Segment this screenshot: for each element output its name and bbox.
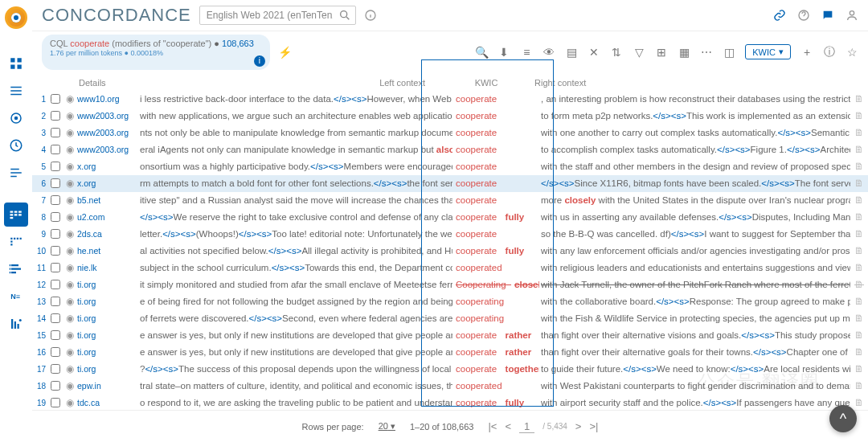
row-detail-icon[interactable]: ◉ <box>63 110 77 121</box>
row-doc-icon[interactable]: 🗎 <box>850 313 868 323</box>
row-detail-icon[interactable]: ◉ <box>63 329 77 341</box>
row-detail-icon[interactable]: ◉ <box>63 262 77 273</box>
row-doc-icon[interactable]: 🗎 <box>850 94 868 104</box>
concordance-row[interactable]: 19◉tdc.cao respond to it, we are asking … <box>32 395 868 410</box>
row-source[interactable]: nie.lk <box>77 263 140 272</box>
bolt-icon[interactable]: ⚡ <box>278 46 292 59</box>
sidebar-dashboard[interactable] <box>4 51 28 76</box>
row-doc-icon[interactable]: 🗎 <box>850 145 868 154</box>
info-icon[interactable] <box>364 9 377 22</box>
concordance-row[interactable]: 16◉ti.orge answer is yes, but only if ne… <box>32 344 868 361</box>
row-detail-icon[interactable]: ◉ <box>63 228 77 239</box>
concordance-row[interactable]: 11◉nie.lksubject in the school curriculu… <box>32 260 868 276</box>
search-icon[interactable] <box>338 9 351 22</box>
row-doc-icon[interactable]: 🗎 <box>850 347 868 357</box>
row-doc-icon[interactable]: 🗎 <box>850 398 868 407</box>
eye-icon[interactable]: 👁 <box>542 46 555 59</box>
row-checkbox[interactable] <box>48 330 63 340</box>
row-checkbox[interactable] <box>48 313 63 323</box>
view-mode-pill[interactable]: KWIC ▾ <box>745 44 791 59</box>
concordance-row[interactable]: 17◉ti.org?</s><s>The success of this pro… <box>32 361 868 378</box>
row-checkbox[interactable] <box>48 381 63 391</box>
page-input[interactable]: 1 <box>519 420 534 433</box>
row-detail-icon[interactable]: ◉ <box>63 144 77 155</box>
row-checkbox[interactable] <box>48 128 63 137</box>
row-detail-icon[interactable]: ◉ <box>63 211 77 223</box>
concordance-row[interactable]: 13◉ti.orge of being fired for not follow… <box>32 293 868 310</box>
next-page[interactable]: > <box>575 420 582 432</box>
sidebar-concordance[interactable] <box>4 203 28 227</box>
row-source[interactable]: www2003.org <box>77 128 140 137</box>
row-checkbox[interactable] <box>48 364 63 374</box>
corpus-selector[interactable] <box>199 6 356 25</box>
row-source[interactable]: ti.org <box>77 280 140 289</box>
link-icon[interactable] <box>773 9 786 22</box>
star-icon[interactable]: ☆ <box>845 46 858 59</box>
row-source[interactable]: ti.org <box>77 313 140 323</box>
sidebar-list[interactable] <box>4 79 28 103</box>
row-source[interactable]: ti.org <box>77 347 140 357</box>
sort-icon[interactable]: ⇅ <box>610 46 623 59</box>
row-detail-icon[interactable]: ◉ <box>63 178 77 189</box>
shuffle-icon[interactable]: ✕ <box>588 46 600 59</box>
rpp-select[interactable]: 20 ▾ <box>379 421 395 432</box>
filter-icon[interactable]: ▽ <box>633 46 645 59</box>
help-icon[interactable] <box>797 9 810 22</box>
concordance-row[interactable]: 5◉x.orgonsortium was a highly participat… <box>32 158 868 175</box>
row-detail-icon[interactable]: ◉ <box>63 363 77 374</box>
row-checkbox[interactable] <box>48 145 63 154</box>
row-source[interactable]: www2003.org <box>77 111 140 121</box>
sidebar-target[interactable] <box>4 106 28 130</box>
row-doc-icon[interactable]: 🗎 <box>850 330 868 340</box>
zoom-icon[interactable]: 🔍 <box>475 46 488 59</box>
row-source[interactable]: www2003.org <box>77 145 140 154</box>
row-checkbox[interactable] <box>48 212 63 222</box>
sidebar-parallel[interactable] <box>4 230 28 254</box>
last-page[interactable]: >| <box>589 420 598 432</box>
row-detail-icon[interactable]: ◉ <box>63 279 77 290</box>
row-source[interactable]: ti.org <box>77 297 140 306</box>
download-icon[interactable]: ⬇ <box>497 46 510 59</box>
row-checkbox[interactable] <box>48 111 63 121</box>
row-detail-icon[interactable]: ◉ <box>63 346 77 358</box>
row-source[interactable]: epw.in <box>77 381 140 391</box>
view-icon[interactable]: ≡ <box>520 46 533 59</box>
prev-page[interactable]: < <box>505 420 511 432</box>
concordance-row[interactable]: 3◉www2003.orgnts not only be able to man… <box>32 125 868 141</box>
concordance-row[interactable]: 9◉2ds.caletter.</s><s>(Whoops!)</s><s>To… <box>32 226 868 243</box>
user-icon[interactable] <box>845 9 858 22</box>
sidebar-wordlist[interactable] <box>4 257 28 281</box>
row-doc-icon[interactable]: 🗎 <box>850 280 868 289</box>
concordance-row[interactable]: 6◉x.orgrm attempts to match a bold font … <box>32 175 868 192</box>
row-detail-icon[interactable]: ◉ <box>63 93 77 104</box>
row-doc-icon[interactable]: 🗎 <box>850 297 868 306</box>
concordance-row[interactable]: 15◉ti.orge answer is yes, but only if ne… <box>32 327 868 344</box>
row-detail-icon[interactable]: ◉ <box>63 296 77 307</box>
concordance-row[interactable]: 10◉he.netal activities not specified bel… <box>32 243 868 260</box>
concordance-row[interactable]: 1◉www10.orgi less restrictive back-door … <box>32 91 868 108</box>
add-icon[interactable]: + <box>800 46 813 59</box>
app-logo[interactable] <box>5 6 27 29</box>
row-checkbox[interactable] <box>48 162 63 171</box>
more-icon[interactable]: ⋯ <box>700 46 713 59</box>
row-source[interactable]: ti.org <box>77 364 140 374</box>
row-detail-icon[interactable]: ◉ <box>63 194 77 206</box>
row-doc-icon[interactable]: 🗎 <box>850 162 868 171</box>
row-doc-icon[interactable]: 🗎 <box>850 111 868 121</box>
row-doc-icon[interactable]: 🗎 <box>850 128 868 137</box>
colloc-icon[interactable]: ▦ <box>678 46 690 59</box>
row-checkbox[interactable] <box>48 297 63 306</box>
concordance-row[interactable]: 8◉u2.com</s><s>We reserve the right to t… <box>32 209 868 226</box>
row-checkbox[interactable] <box>48 178 63 188</box>
row-source[interactable]: he.net <box>77 246 140 256</box>
row-source[interactable]: u2.com <box>77 212 140 222</box>
row-source[interactable]: 2ds.ca <box>77 229 140 239</box>
query-chip[interactable]: CQL cooperate (modifiers of "cooperate")… <box>42 35 270 70</box>
cards-icon[interactable]: ▤ <box>565 46 578 59</box>
row-doc-icon[interactable]: 🗎 <box>850 381 868 391</box>
concordance-row[interactable]: 14◉ti.orgof ferrets were discovered.</s>… <box>32 310 868 327</box>
row-detail-icon[interactable]: ◉ <box>63 245 77 256</box>
concordance-row[interactable]: 12◉ti.orgit simply monitored and studied… <box>32 276 868 293</box>
concordance-row[interactable]: 7◉b5.netitive step" and a Russian analys… <box>32 192 868 209</box>
row-detail-icon[interactable]: ◉ <box>63 380 77 391</box>
